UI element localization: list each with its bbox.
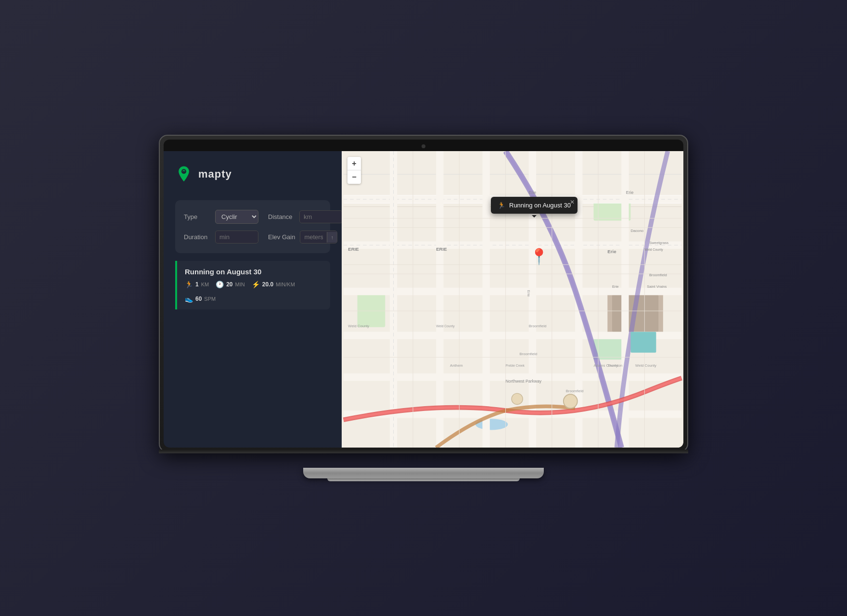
svg-text:Saint Vrains: Saint Vrains — [647, 284, 667, 289]
svg-text:Thornton: Thornton — [607, 363, 622, 368]
svg-text:Weld County: Weld County — [348, 324, 369, 328]
zoom-out-button[interactable]: − — [347, 170, 361, 184]
svg-text:Erie: Erie — [526, 290, 531, 297]
svg-rect-65 — [630, 332, 656, 352]
svg-text:Broomfield: Broomfield — [529, 324, 547, 328]
map-popup: ✕ 🏃 Running on August 30 — [491, 197, 578, 214]
svg-text:Weld County: Weld County — [635, 363, 656, 368]
svg-text:Sweetgrass: Sweetgrass — [649, 241, 668, 245]
svg-text:ERIE: ERIE — [436, 246, 447, 252]
elev-gain-input-wrapper: ↑ — [300, 231, 337, 244]
svg-rect-20 — [390, 151, 397, 448]
distance-input[interactable] — [299, 210, 343, 223]
stat-pace: ⚡ 20.0 MIN/KM — [252, 281, 295, 288]
laptop-bezel: mapty Type Cyclir Running — [164, 140, 683, 448]
svg-text:ERIE: ERIE — [348, 246, 359, 252]
laptop-base — [303, 468, 544, 481]
type-select[interactable]: Cyclir Running — [215, 210, 258, 224]
workout-stats: 🏃 1 KM 🕐 20 MIN — [185, 281, 322, 303]
svg-text:Northwest Parkway: Northwest Parkway — [506, 379, 542, 384]
left-panel: mapty Type Cyclir Running — [164, 151, 342, 448]
svg-point-63 — [564, 394, 578, 408]
app-name: mapty — [198, 168, 232, 180]
svg-text:Broomfield: Broomfield — [566, 389, 584, 393]
svg-text:Erie: Erie — [607, 249, 616, 254]
camera-dot — [422, 144, 425, 148]
laptop-frame: mapty Type Cyclir Running — [159, 135, 688, 481]
duration-row: Duration — [184, 231, 258, 244]
duration-label: Duration — [184, 233, 210, 241]
popup-title: Running on August 30 — [509, 202, 571, 209]
svg-rect-6 — [358, 290, 385, 327]
elev-gain-row: Elev Gain ↑ — [268, 231, 343, 244]
svg-text:Erie: Erie — [626, 190, 634, 195]
type-row: Type Cyclir Running — [184, 210, 258, 224]
logo-area: mapty — [175, 166, 330, 183]
distance-row: Distance — [268, 210, 343, 224]
shoe-icon: 👟 — [185, 295, 193, 303]
running-icon: 🏃 — [185, 281, 193, 288]
workout-card[interactable]: Running on August 30 🏃 1 KM 🕐 — [175, 261, 330, 309]
svg-point-0 — [181, 169, 186, 174]
lightning-icon: ⚡ — [252, 281, 260, 288]
map-svg: Erie Erie Dacono Sweetgrass Weld County … — [342, 151, 683, 448]
stat-distance: 🏃 1 KM — [185, 281, 209, 288]
svg-text:Preble Creek: Preble Creek — [506, 364, 525, 367]
duration-input[interactable] — [215, 231, 258, 244]
distance-label: Distance — [268, 213, 295, 220]
svg-text:Weld County: Weld County — [644, 248, 663, 252]
svg-text:Weld County: Weld County — [436, 324, 455, 328]
laptop-hinge — [159, 449, 688, 453]
screen: mapty Type Cyclir Running — [164, 151, 683, 448]
popup-icon: 🏃 — [498, 202, 505, 209]
svg-text:Erie: Erie — [529, 190, 537, 195]
workout-title: Running on August 30 — [185, 268, 322, 276]
svg-text:Dacono: Dacono — [630, 229, 643, 233]
svg-text:Anthem: Anthem — [450, 363, 463, 368]
map-panel: Erie Erie Dacono Sweetgrass Weld County … — [342, 151, 683, 448]
clock-icon: 🕐 — [216, 281, 224, 288]
map-controls: + − — [347, 157, 361, 184]
svg-rect-22 — [436, 151, 443, 448]
app-logo-icon — [175, 166, 192, 183]
laptop-body: mapty Type Cyclir Running — [159, 135, 688, 452]
elev-gain-label: Elev Gain — [268, 233, 295, 241]
svg-text:Erie: Erie — [612, 284, 619, 289]
form-grid: Type Cyclir Running Distance — [184, 210, 321, 244]
zoom-in-button[interactable]: + — [347, 157, 361, 170]
svg-text:Broomfield: Broomfield — [519, 352, 537, 356]
elev-gain-input[interactable] — [300, 231, 327, 243]
svg-rect-23 — [482, 151, 489, 448]
type-label: Type — [184, 213, 210, 220]
map-background: Erie Erie Dacono Sweetgrass Weld County … — [342, 151, 683, 448]
stat-cadence: 👟 60 SPM — [185, 295, 216, 303]
workout-form: Type Cyclir Running Distance — [175, 200, 330, 253]
stat-time: 🕐 20 MIN — [216, 281, 245, 288]
svg-point-64 — [512, 393, 523, 404]
elev-gain-unit: ↑ — [327, 232, 337, 243]
svg-text:Broomfield: Broomfield — [649, 273, 667, 277]
popup-close-button[interactable]: ✕ — [570, 199, 575, 205]
map-marker: 📍 — [529, 247, 549, 266]
